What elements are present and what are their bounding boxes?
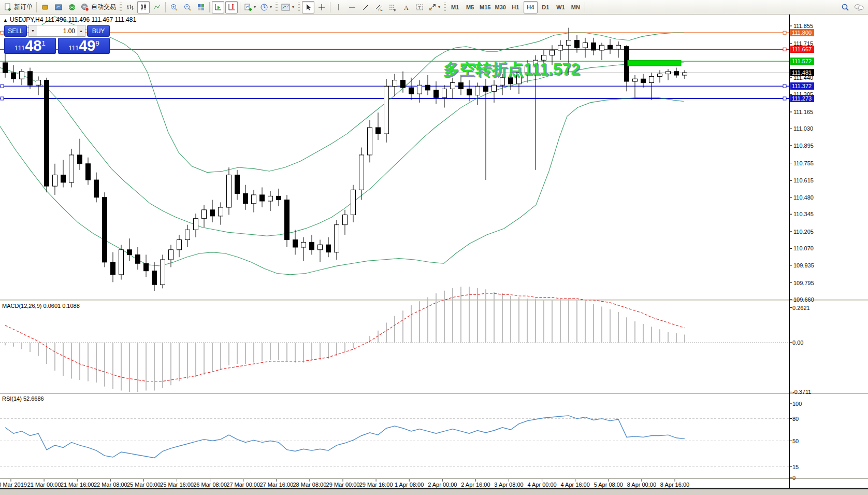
- price-tick-label: 110.615: [793, 177, 814, 183]
- timeframe-button-w1[interactable]: W1: [554, 1, 568, 13]
- volume-down-button[interactable]: ▼: [29, 25, 37, 36]
- time-axis-label: 21 Mar 16:00: [61, 482, 94, 488]
- text-label-button[interactable]: T: [413, 1, 426, 13]
- collapse-arrow[interactable]: ▲: [3, 18, 8, 23]
- templates-icon: [281, 3, 291, 11]
- price-tick-label: 111.030: [793, 125, 813, 132]
- buy-button[interactable]: BUY: [87, 25, 110, 37]
- macd-tick-label: -0.3711: [792, 389, 812, 395]
- time-axis-label: 27 Mar 16:00: [259, 482, 293, 488]
- toolbar-grip: [298, 3, 300, 12]
- chart-window-button[interactable]: [52, 1, 65, 13]
- gold-cube-button[interactable]: [39, 1, 51, 13]
- line-chart-button[interactable]: [151, 1, 163, 13]
- auto-trading-button[interactable]: 自动交易: [79, 1, 118, 13]
- gold-cube-icon: [41, 3, 49, 11]
- indicators-button[interactable]: ▾: [242, 1, 257, 13]
- timeframe-button-m1[interactable]: M1: [448, 1, 462, 13]
- trendline-button[interactable]: [359, 1, 372, 13]
- price-tick-label: 110.205: [793, 229, 814, 235]
- buy-price-big: 49: [79, 38, 95, 53]
- buy-price-box[interactable]: 111499: [58, 38, 110, 54]
- toolbar-separator: [240, 2, 240, 12]
- tile-windows-icon: [197, 3, 205, 11]
- auto-scroll-button[interactable]: [212, 1, 224, 13]
- time-axis-label: 20 Mar 2019: [0, 482, 27, 488]
- time-axis-label: 4 Apr 16:00: [561, 482, 590, 488]
- vertical-line-button[interactable]: [332, 1, 345, 13]
- price-tick-label: 109.660: [793, 296, 814, 303]
- horizontal-line-button[interactable]: [346, 1, 358, 13]
- equidistant-channel-icon: E: [375, 3, 383, 11]
- trendline-icon: [361, 3, 370, 11]
- price-tick-label: 110.345: [793, 211, 814, 217]
- timeframe-button-mn[interactable]: MN: [569, 1, 583, 13]
- chart-canvas[interactable]: [0, 15, 868, 495]
- templates-button[interactable]: ▾: [280, 1, 296, 13]
- time-axis-label: 2 Apr 00:00: [428, 482, 457, 488]
- time-axis-label: 29 Mar 16:00: [359, 482, 393, 488]
- time-axis-label: 28 Mar 08:00: [293, 482, 326, 488]
- indicators-caret-icon: ▾: [254, 5, 256, 9]
- new-order-icon: [4, 3, 12, 11]
- clock-icon: [260, 3, 268, 11]
- fibonacci-icon: F: [388, 3, 397, 11]
- candlestick-chart-button[interactable]: [137, 1, 150, 13]
- price-tick-label: 111.855: [793, 23, 813, 29]
- signals-button[interactable]: [66, 1, 78, 13]
- sell-button[interactable]: SELL: [4, 25, 27, 37]
- sell-price-box[interactable]: 111481: [4, 38, 56, 54]
- sell-price-big: 48: [25, 38, 41, 53]
- toolbar-separator: [330, 2, 330, 12]
- signals-icon: [68, 3, 76, 11]
- text-button[interactable]: A: [400, 1, 412, 13]
- periods-caret-icon: ▾: [270, 5, 272, 9]
- toolbar-grip: [444, 3, 446, 12]
- time-axis-label: 8 Apr 16:00: [660, 482, 689, 488]
- zoom-in-button[interactable]: [168, 1, 180, 13]
- price-tick-label: 110.755: [793, 160, 814, 166]
- time-axis-label: 25 Mar 00:00: [127, 482, 161, 488]
- time-axis-label: 1 Apr 08:00: [395, 482, 424, 488]
- toolbar-separator: [209, 2, 210, 12]
- chat-button[interactable]: [852, 1, 866, 13]
- arrows-button[interactable]: ▾: [427, 1, 442, 13]
- volume-up-button[interactable]: ▲: [77, 25, 85, 36]
- cursor-icon: [304, 3, 312, 11]
- volume-input[interactable]: [37, 25, 77, 36]
- zoom-out-button[interactable]: [181, 1, 194, 13]
- bar-chart-button[interactable]: [124, 1, 136, 13]
- price-tag-111.481: 111.481: [790, 69, 814, 76]
- timeframe-button-m5[interactable]: M5: [463, 1, 477, 13]
- timeframe-button-m15[interactable]: M15: [478, 1, 492, 13]
- macd-tick-label: 0.00: [792, 340, 803, 346]
- timeframe-button-h4[interactable]: H4: [524, 1, 538, 13]
- periods-button[interactable]: ▾: [258, 1, 273, 13]
- time-axis-label: 8 Apr 00:00: [627, 482, 656, 488]
- new-order-button[interactable]: 新订单: [2, 1, 34, 13]
- timeframe-button-h1[interactable]: H1: [509, 1, 523, 13]
- tile-windows-button[interactable]: [195, 1, 207, 13]
- equidistant-channel-button[interactable]: E: [373, 1, 385, 13]
- price-tag-111.372: 111.372: [790, 82, 814, 90]
- timeframe-button-m30[interactable]: M30: [493, 1, 507, 13]
- cursor-button[interactable]: [302, 1, 314, 13]
- indicators-icon: [244, 3, 252, 11]
- price-tick-label: 111.165: [793, 109, 813, 115]
- auto-trading-icon: [81, 3, 89, 11]
- toolbar-separator: [36, 2, 37, 12]
- timeframe-button-d1[interactable]: D1: [539, 1, 553, 13]
- price-tick-label: 110.895: [793, 143, 814, 149]
- buy-price-prefix: 111: [68, 44, 79, 53]
- macd-label: MACD(12,26,9) 0.0601 0.1088: [2, 303, 80, 309]
- rsi-label: RSI(14) 52.6686: [2, 395, 44, 402]
- sell-price-sup: 1: [41, 39, 45, 47]
- crosshair-icon: [317, 3, 326, 11]
- crosshair-button[interactable]: [315, 1, 328, 13]
- fibonacci-button[interactable]: F: [386, 1, 399, 13]
- time-axis-label: 26 Mar 08:00: [193, 482, 227, 488]
- chart-shift-button[interactable]: [225, 1, 238, 13]
- text-icon: A: [402, 3, 410, 11]
- zoom-out-icon: [183, 3, 192, 11]
- search-button[interactable]: [839, 1, 851, 13]
